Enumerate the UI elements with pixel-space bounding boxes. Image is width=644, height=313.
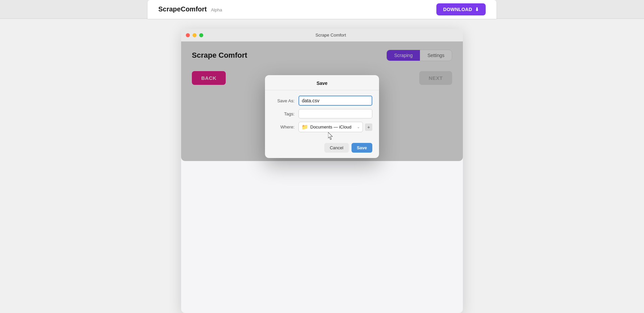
folder-icon: 📁	[302, 124, 308, 130]
cancel-button[interactable]: Cancel	[324, 143, 348, 153]
app-wrapper: Scrape Comfort Scrape Comfort Scraping S…	[0, 19, 644, 313]
download-button[interactable]: DOWNLOAD ⬇	[436, 3, 486, 15]
tags-row: Tags:	[272, 109, 372, 118]
dialog-save-button[interactable]: Save	[352, 143, 372, 153]
alpha-label: Alpha	[211, 7, 222, 12]
tags-input[interactable]	[299, 109, 372, 118]
brand: ScrapeComfort Alpha	[158, 5, 222, 13]
tags-label: Tags:	[272, 111, 294, 116]
close-button[interactable]	[186, 33, 190, 37]
where-plus-button[interactable]: +	[365, 123, 372, 131]
save-as-label: Save As:	[272, 98, 294, 103]
minimize-button[interactable]	[193, 33, 197, 37]
browser-content: ScrapeComfort Alpha DOWNLOAD ⬇	[148, 0, 496, 19]
dialog-title: Save	[265, 75, 379, 90]
save-as-input[interactable]	[299, 96, 372, 106]
window-titlebar: Scrape Comfort	[181, 29, 463, 42]
save-as-row: Save As:	[272, 96, 372, 106]
dialog-footer: Cancel Save	[265, 143, 379, 158]
window-title: Scrape Comfort	[203, 33, 458, 38]
app-content: Scrape Comfort Scraping Settings BACK NE…	[181, 42, 463, 161]
where-text: Documents — iCloud	[310, 124, 355, 129]
app-window: Scrape Comfort Scrape Comfort Scraping S…	[181, 29, 463, 313]
dialog-body: Save As: Tags: Where: 📁	[265, 90, 379, 143]
expand-icon[interactable]: ⌄	[357, 125, 360, 129]
where-row: Where: 📁 Documents — iCloud ⌄ +	[272, 122, 372, 132]
download-icon: ⬇	[475, 7, 479, 12]
browser-bar: ScrapeComfort Alpha DOWNLOAD ⬇	[0, 0, 644, 19]
save-dialog: Save Save As: Tags:	[265, 75, 379, 158]
download-label: DOWNLOAD	[443, 7, 472, 12]
traffic-lights	[186, 33, 203, 37]
maximize-button[interactable]	[199, 33, 203, 37]
brand-title: ScrapeComfort	[158, 5, 207, 13]
where-selector[interactable]: 📁 Documents — iCloud ⌄	[299, 122, 363, 132]
modal-overlay: Save Save As: Tags:	[181, 42, 463, 161]
where-label: Where:	[272, 124, 294, 129]
